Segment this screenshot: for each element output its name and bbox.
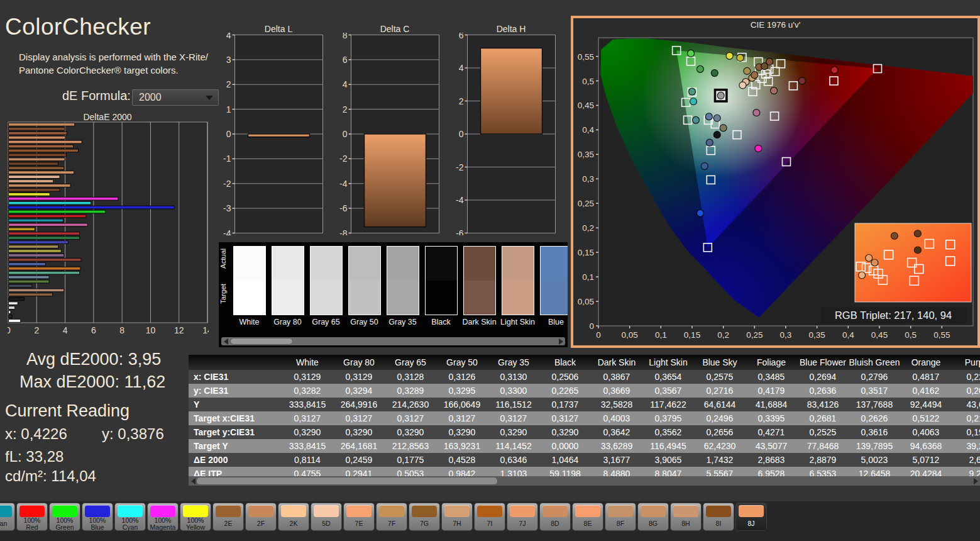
patch-button-100-magenta[interactable]: 100% Magenta bbox=[147, 503, 179, 531]
scroll-left-arrow-icon[interactable] bbox=[189, 477, 197, 485]
table-cell: 62,4230 bbox=[694, 439, 746, 453]
measurement-marker bbox=[688, 50, 695, 57]
svg-text:0: 0 bbox=[8, 325, 11, 335]
measurement-marker bbox=[713, 114, 720, 121]
actual-swatch bbox=[426, 247, 457, 281]
svg-text:0,1: 0,1 bbox=[582, 272, 594, 282]
reading-x: x: 0,4226 bbox=[5, 425, 67, 443]
patch-label: 100% Blue bbox=[82, 517, 113, 530]
svg-text:0,25: 0,25 bbox=[578, 199, 594, 208]
column-header: Black bbox=[539, 355, 591, 370]
table-cell: 0,3127 bbox=[436, 411, 488, 425]
patch-button-2k[interactable]: 2K bbox=[278, 503, 309, 531]
swatch-blue: Blue bbox=[537, 246, 568, 326]
target-swatch bbox=[541, 281, 568, 315]
table-cell: 0,3290 bbox=[539, 425, 591, 439]
table-cell: 117,4622 bbox=[642, 398, 694, 411]
column-header: Dark Skin bbox=[591, 355, 642, 370]
svg-text:14: 14 bbox=[202, 325, 209, 335]
measurement-marker bbox=[871, 259, 878, 266]
table-cell: 212,8563 bbox=[385, 439, 436, 453]
table-scrollbar[interactable] bbox=[189, 476, 980, 486]
table-cell: 0,3126 bbox=[436, 370, 488, 384]
scrollbar-thumb[interactable] bbox=[196, 477, 498, 485]
patch-button-8f[interactable]: 8F bbox=[605, 503, 636, 531]
patch-button-2e[interactable]: 2E bbox=[212, 503, 244, 531]
table-cell: 2,8683 bbox=[746, 453, 797, 467]
delta-c-chart: 86420-2-4-6-8 bbox=[330, 33, 441, 238]
table-cell: 116,1512 bbox=[488, 398, 539, 411]
patch-button-7f[interactable]: 7F bbox=[376, 503, 407, 531]
patch-button-100-green[interactable]: 100% Green bbox=[49, 503, 80, 531]
svg-text:0,5: 0,5 bbox=[905, 330, 917, 340]
patch-button-8h[interactable]: 8H bbox=[670, 503, 702, 531]
swatch-gray-65: Gray 65 bbox=[307, 246, 345, 326]
svg-text:0,35: 0,35 bbox=[578, 150, 594, 159]
swatch-strip-scrollbar[interactable] bbox=[221, 337, 565, 345]
patch-button-8e[interactable]: 8E bbox=[572, 503, 603, 531]
patch-button-7h[interactable]: 7H bbox=[441, 503, 473, 531]
deltaH-svg: 6420-2-4-6 bbox=[446, 33, 557, 235]
reading-fl: fL: 33,28 bbox=[5, 448, 63, 466]
patch-button-100-yellow[interactable]: 100% Yellow bbox=[180, 503, 211, 531]
table-cell: 214,2630 bbox=[385, 398, 436, 411]
patch-color-swatch bbox=[542, 505, 568, 517]
patch-button-100-red[interactable]: 100% Red bbox=[16, 503, 48, 531]
svg-text:0,5: 0,5 bbox=[582, 77, 594, 86]
patch-button-8g[interactable]: 8G bbox=[637, 503, 669, 531]
table-cell: 0,2656 bbox=[694, 425, 746, 439]
patch-button-7g[interactable]: 7G bbox=[409, 503, 440, 531]
delta-l-chart: 43210-1-2-3-4 bbox=[214, 33, 324, 238]
swatch-label: Blue bbox=[537, 318, 568, 326]
table-cell: 0,4528 bbox=[436, 453, 488, 467]
patch-color-swatch bbox=[477, 505, 502, 517]
table-row: y: CIE310,32820,32940,32890,32950,33000,… bbox=[189, 384, 980, 398]
table-row: Target y:CIE310,32900,32900,32900,32900,… bbox=[189, 425, 980, 439]
patch-button-5d[interactable]: 5D bbox=[311, 503, 342, 531]
table-cell: 0,4063 bbox=[900, 425, 952, 439]
patch-button-100-cyan[interactable]: 100% Cyan bbox=[114, 503, 146, 531]
table-cell: 1,7432 bbox=[694, 453, 746, 467]
table-cell: 64,6144 bbox=[694, 398, 746, 411]
patch-color-swatch bbox=[575, 505, 600, 517]
svg-text:0,55: 0,55 bbox=[578, 52, 594, 62]
patch-button-cyan[interactable]: Cyan bbox=[0, 503, 15, 531]
scroll-right-arrow-icon[interactable] bbox=[557, 338, 564, 345]
svg-text:4: 4 bbox=[63, 325, 68, 335]
patch-button-2f[interactable]: 2F bbox=[245, 503, 277, 531]
patch-button-8d[interactable]: 8D bbox=[539, 503, 571, 531]
cie-diagram-panel: CIE 1976 u'v' 000,050,050,10,10,150,150,… bbox=[571, 16, 980, 348]
table-cell: 77,8468 bbox=[797, 439, 849, 453]
table-cell: 0,3642 bbox=[591, 425, 642, 439]
patch-label: 8I bbox=[703, 517, 734, 530]
patch-button-7i[interactable]: 7I bbox=[474, 503, 505, 531]
de-formula-dropdown[interactable]: 2000 bbox=[132, 89, 219, 106]
svg-text:-6: -6 bbox=[456, 228, 464, 236]
patch-button-8j[interactable]: 8J bbox=[735, 503, 767, 531]
column-header: Foliage bbox=[746, 355, 797, 370]
patch-button-8i[interactable]: 8I bbox=[703, 503, 734, 531]
table-cell: 0,3290 bbox=[436, 425, 488, 439]
actual-swatch bbox=[387, 247, 419, 281]
svg-text:10: 10 bbox=[146, 325, 156, 335]
svg-text:1: 1 bbox=[226, 104, 231, 114]
svg-text:0,4: 0,4 bbox=[582, 125, 594, 135]
scrollbar-thumb[interactable] bbox=[230, 338, 293, 345]
table-cell: 0,3517 bbox=[849, 384, 900, 398]
patch-button-7e[interactable]: 7E bbox=[343, 503, 375, 531]
svg-text:0,15: 0,15 bbox=[578, 248, 594, 257]
measurement-marker bbox=[766, 59, 773, 65]
patch-button-7j[interactable]: 7J bbox=[507, 503, 538, 531]
patch-button-100-blue[interactable]: 100% Blue bbox=[82, 503, 113, 531]
scroll-left-arrow-icon[interactable] bbox=[222, 338, 229, 345]
svg-text:8: 8 bbox=[343, 33, 348, 40]
svg-text:2: 2 bbox=[343, 104, 348, 114]
patch-label: 100% Green bbox=[50, 517, 80, 530]
svg-text:-2: -2 bbox=[223, 179, 231, 189]
measurement-marker bbox=[831, 67, 838, 74]
svg-text:0,25: 0,25 bbox=[746, 330, 763, 340]
scroll-right-arrow-icon[interactable] bbox=[972, 477, 979, 485]
patch-color-swatch bbox=[183, 505, 208, 517]
measurement-marker bbox=[914, 230, 921, 237]
svg-text:-4: -4 bbox=[456, 195, 464, 205]
